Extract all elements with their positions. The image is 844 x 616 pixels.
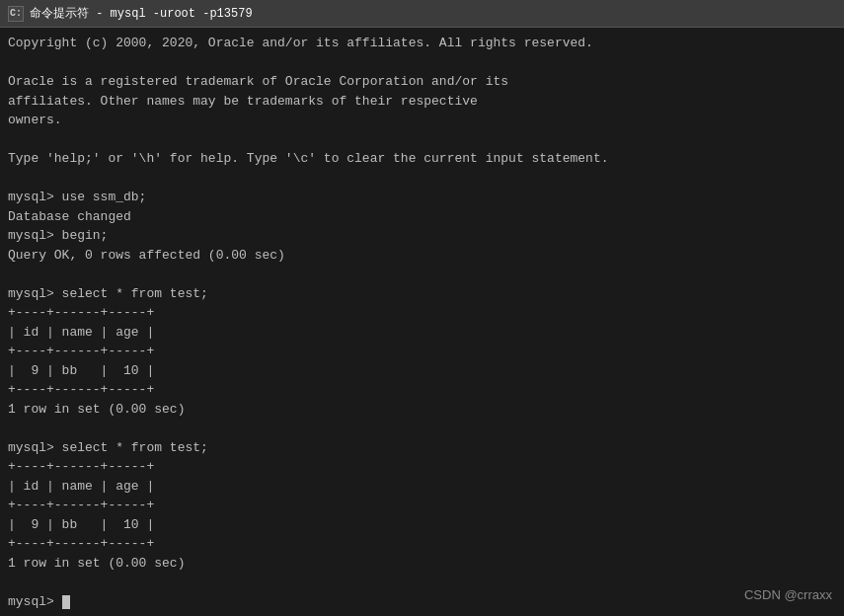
terminal-window: C: 命令提示符 - mysql -uroot -p13579 Copyrigh… — [0, 0, 844, 616]
icon-label: C: — [10, 8, 22, 19]
title-bar: C: 命令提示符 - mysql -uroot -p13579 — [0, 0, 844, 28]
title-bar-icon: C: — [8, 6, 24, 22]
terminal-output: Copyright (c) 2000, 2020, Oracle and/or … — [8, 34, 836, 611]
terminal-cursor — [62, 595, 70, 609]
terminal-body[interactable]: Copyright (c) 2000, 2020, Oracle and/or … — [0, 28, 844, 616]
watermark: CSDN @crraxx — [744, 585, 832, 605]
title-bar-text: 命令提示符 - mysql -uroot -p13579 — [30, 5, 253, 22]
